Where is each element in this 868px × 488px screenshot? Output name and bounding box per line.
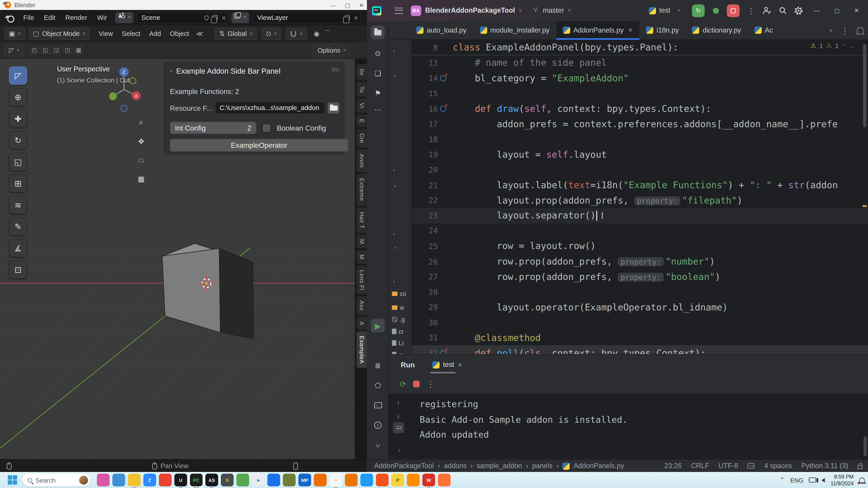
taskbar-app-icon[interactable]: ○ xyxy=(329,474,342,486)
sidebar-tab-examplea[interactable]: ExampleA xyxy=(356,331,367,368)
menu-edit[interactable]: Edit xyxy=(39,12,60,23)
maximize-icon[interactable]: ▢ xyxy=(345,2,350,8)
sidebar-tab-anim[interactable]: Anim xyxy=(356,150,367,172)
collapse-menus-icon[interactable]: ≪ xyxy=(196,30,203,37)
scroll-up-icon[interactable]: ↑ xyxy=(396,399,400,407)
sidebar-tab-extreme[interactable]: Extreme xyxy=(356,174,367,205)
sidebar-tab-ass[interactable]: Ass xyxy=(356,296,367,315)
taskbar-app-icon[interactable]: U xyxy=(174,474,187,486)
breadcrumb-item[interactable]: AddonPanels.py xyxy=(574,462,624,470)
scene-name-field[interactable]: Scene ✕ xyxy=(137,12,229,23)
indent-setting[interactable]: 4 spaces xyxy=(764,462,792,470)
move-tool-icon[interactable]: ✚ xyxy=(9,109,27,128)
tree-chevron-icon[interactable]: › xyxy=(393,167,395,173)
tree-item[interactable]: LI xyxy=(392,340,404,346)
viewport-3d[interactable]: User Perspective (1) Scene Collection | … xyxy=(0,59,355,459)
override-method-icon[interactable] xyxy=(440,106,446,112)
draw-tool-icon[interactable]: ✎ xyxy=(9,217,27,236)
viewport-menu-select[interactable]: Select xyxy=(117,30,145,37)
expand-icon[interactable]: › xyxy=(397,447,401,454)
commit-tool-button[interactable]: ⊙ xyxy=(371,46,385,60)
debug-button[interactable]: ⬣ xyxy=(712,6,719,15)
project-tool-button[interactable] xyxy=(371,26,385,39)
minimize-icon[interactable]: — xyxy=(811,7,823,14)
code-line[interactable]: 25row = layout.row() xyxy=(412,238,868,254)
taskbar-app-icon[interactable] xyxy=(237,474,249,486)
services-tool-button[interactable]: ⬠ xyxy=(371,379,385,392)
select-mode-toggle[interactable]: ◲ xyxy=(52,45,61,55)
rerun-button[interactable]: ↻ xyxy=(692,4,705,17)
sidebar-tab-hair-t[interactable]: Hair T xyxy=(356,207,367,233)
taskbar-app-icon[interactable] xyxy=(97,474,110,486)
taskbar-app-icon[interactable] xyxy=(407,474,420,486)
code-line[interactable]: 21layout.label(text=i18n("Example Functi… xyxy=(412,177,868,193)
run-config-selector[interactable]: test ˅ xyxy=(649,6,684,14)
active-tool-selector[interactable]: ◸ ˅ xyxy=(4,44,24,56)
pan-hand-icon[interactable]: ✥ xyxy=(136,136,146,146)
collapse-panel-icon[interactable]: ˅ xyxy=(170,68,173,74)
more-icon[interactable]: ⋮ xyxy=(840,25,849,36)
zoom-icon[interactable]: ⌕ xyxy=(136,117,146,127)
measure-tool-icon[interactable]: ∡ xyxy=(9,239,27,257)
code-line[interactable]: 19layout = self.layout xyxy=(412,147,868,162)
search-icon[interactable] xyxy=(779,6,787,14)
scrollbar-thumb[interactable] xyxy=(863,44,866,127)
close-icon[interactable]: ✕ xyxy=(851,7,863,14)
more-actions-icon[interactable]: ⋮ xyxy=(747,6,755,15)
close-icon[interactable]: ✕ xyxy=(359,2,364,8)
sidebar-tab-to[interactable]: To xyxy=(356,82,367,97)
open-folder-button[interactable] xyxy=(328,102,339,113)
maximize-icon[interactable]: ▢ xyxy=(831,7,843,13)
tree-chevron-icon[interactable]: ⌄ xyxy=(393,244,397,250)
viewlayer-name-field[interactable]: ViewLayer ✕ xyxy=(253,12,361,23)
taskbar-app-icon[interactable]: AS xyxy=(206,474,218,486)
mode-selector[interactable]: ▢ Object Mode ˅ xyxy=(29,27,90,39)
line-ending[interactable]: CRLF xyxy=(691,462,709,470)
scroll-down-icon[interactable]: ↓ xyxy=(396,412,400,420)
options-button[interactable]: Options ˅ xyxy=(313,44,350,56)
breadcrumb-item[interactable]: sample_addon xyxy=(477,462,522,470)
settings-gear-icon[interactable] xyxy=(795,6,803,15)
clear-icon[interactable]: ✕ xyxy=(351,15,361,21)
sidebar-tab-a[interactable]: A xyxy=(356,317,367,330)
hidden-icons-chevron[interactable]: ⌃ xyxy=(780,477,785,484)
copy-icon[interactable] xyxy=(213,15,217,20)
taskbar-app-icon[interactable] xyxy=(159,474,172,486)
run-panel-title[interactable]: Run xyxy=(401,361,415,369)
rerun-icon[interactable]: ⟳ xyxy=(400,380,406,388)
taskbar-app-icon[interactable]: ➤ xyxy=(252,474,265,486)
language-indicator[interactable]: ENG xyxy=(790,477,803,483)
search-box[interactable]: Search xyxy=(23,474,90,486)
code-line[interactable]: 30 xyxy=(412,315,868,330)
editor-type-selector[interactable]: ▣ ˅ xyxy=(4,27,25,39)
code-line[interactable]: 28 xyxy=(412,285,868,300)
taskbar-app-icon[interactable] xyxy=(376,474,389,486)
prev-problem-icon[interactable]: ⌃ xyxy=(842,43,846,48)
structure-tool-button[interactable]: ❏ xyxy=(371,66,385,80)
file-encoding[interactable]: UTF-8 xyxy=(719,462,738,470)
taskbar-app-icon[interactable] xyxy=(112,474,125,486)
plugins-tool-button[interactable]: ⚑ xyxy=(371,86,385,100)
tab-auto_load-py[interactable]: auto_load.py xyxy=(410,21,473,39)
python-interpreter[interactable]: Python 3.11 (3) xyxy=(801,462,848,470)
proportional-editing-icon[interactable]: ◉ xyxy=(314,30,320,37)
breadcrumb-item[interactable]: addons xyxy=(444,462,467,470)
tree-item[interactable]: .g xyxy=(392,316,405,322)
taskbar-app-icon[interactable] xyxy=(438,474,451,486)
editor-scrollbar[interactable] xyxy=(863,41,867,351)
tree-chevron-icon[interactable]: › xyxy=(393,48,395,54)
readonly-lock-icon[interactable] xyxy=(857,465,862,469)
viewlayer-selector[interactable]: ˅ xyxy=(232,12,249,23)
tab-ac[interactable]: Ac xyxy=(748,21,780,39)
override-method-icon[interactable] xyxy=(440,75,446,81)
tree-chevron-icon[interactable]: ⌄ xyxy=(393,72,397,78)
toggle-perspective-icon[interactable]: ▦ xyxy=(136,174,146,184)
code-line[interactable]: 22layout.prop(addon_prefs, property:"fil… xyxy=(412,193,868,208)
taskbar-app-icon[interactable]: PC xyxy=(190,474,203,486)
close-icon[interactable]: ✕ xyxy=(458,361,462,367)
example-operator-button[interactable]: ExampleOperator xyxy=(170,139,348,152)
pin-icon[interactable] xyxy=(204,15,210,21)
sidebar-tab-lens-fl[interactable]: Lens Fl xyxy=(356,265,367,295)
tree-item[interactable]: cr xyxy=(392,328,404,335)
minimize-icon[interactable]: — xyxy=(331,2,336,8)
